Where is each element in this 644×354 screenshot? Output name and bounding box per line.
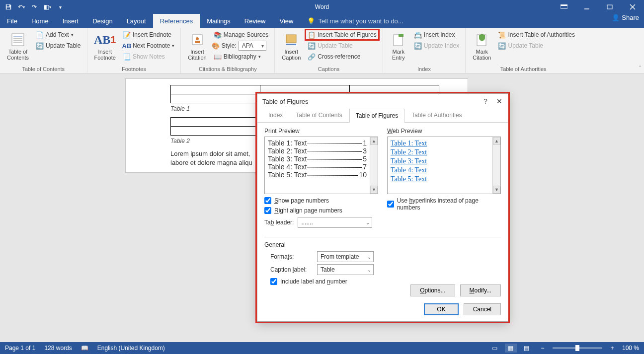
undo-icon[interactable]: ↶▾ — [16, 1, 27, 12]
status-page[interactable]: Page 1 of 1 — [5, 345, 35, 352]
tab-leader-combo[interactable]: .......⌄ — [298, 217, 372, 228]
dialog-close-icon[interactable]: ✕ — [494, 96, 505, 107]
include-label-checkbox[interactable]: Include label and number — [270, 278, 501, 285]
share-label: Share — [622, 14, 639, 21]
tab-review[interactable]: Review — [238, 14, 273, 28]
use-hyperlinks-checkbox[interactable]: Use hyperlinks instead of page numbers — [387, 197, 501, 211]
bibliography-button[interactable]: 📖Bibliography▾ — [212, 52, 271, 62]
dialog-tabs: Index Table of Contents Table of Figures… — [257, 109, 508, 123]
web-scroll-down-icon[interactable]: ▼ — [493, 186, 500, 194]
dialog-tab-toc[interactable]: Table of Contents — [290, 109, 348, 122]
formats-value: From template — [321, 253, 359, 260]
table-of-contents-button[interactable]: Table of Contents — [4, 30, 32, 65]
close-icon[interactable] — [621, 0, 644, 14]
tof-label: Insert Table of Figures — [318, 31, 377, 38]
scroll-down-icon[interactable]: ▼ — [370, 186, 378, 194]
dialog-tab-index[interactable]: Index — [262, 109, 289, 122]
insert-caption-button[interactable]: Insert Caption — [279, 30, 304, 65]
zoom-out-icon[interactable]: − — [537, 344, 549, 353]
read-mode-icon[interactable]: ▭ — [489, 344, 501, 353]
web-layout-icon[interactable]: ▤ — [521, 344, 533, 353]
footnote-icon: AB1 — [97, 32, 113, 48]
minimize-icon[interactable] — [575, 0, 598, 14]
status-words[interactable]: 128 words — [44, 345, 72, 352]
dialog-help-icon[interactable]: ? — [480, 96, 491, 107]
zoom-slider[interactable] — [553, 347, 602, 349]
insert-endnote-button[interactable]: 📝Insert Endnote — [121, 30, 176, 40]
insert-table-of-figures-button[interactable]: 📋Insert Table of Figures — [306, 30, 379, 40]
next-footnote-button[interactable]: ABNext Footnote▾ — [121, 41, 176, 51]
redo-icon[interactable]: ↷ — [29, 1, 40, 12]
tab-references[interactable]: References — [153, 14, 200, 28]
qat-customize-icon[interactable]: ▾ — [55, 1, 66, 12]
hyperlinks-input[interactable] — [387, 201, 394, 208]
group-captions: Insert Caption 📋Insert Table of Figures … — [275, 28, 383, 73]
insert-toa-button[interactable]: 📜Insert Table of Authorities — [496, 30, 577, 40]
status-language[interactable]: English (United Kingdom) — [97, 345, 165, 352]
right-align-input[interactable] — [264, 207, 271, 214]
show-page-numbers-checkbox[interactable]: SShow page numbershow page numbers — [264, 197, 378, 204]
style-select[interactable]: APA▾ — [239, 41, 266, 51]
cross-reference-button[interactable]: 🔗Cross-reference — [306, 52, 379, 62]
insert-citation-button[interactable]: Insert Citation — [185, 30, 209, 65]
proofing-icon[interactable]: 📖 — [81, 345, 88, 352]
tell-me-search[interactable]: 💡 Tell me what you want to do... — [300, 14, 410, 28]
cancel-button[interactable]: Cancel — [464, 303, 501, 315]
web-scroll-up-icon[interactable]: ▲ — [493, 137, 500, 145]
tab-file[interactable]: File — [0, 14, 24, 28]
touch-mode-icon[interactable]: ◧▾ — [42, 1, 53, 12]
dialog-tab-toa[interactable]: Table of Authorities — [405, 109, 468, 122]
ribbon-options-icon[interactable] — [553, 0, 575, 14]
show-notes-icon: 📃 — [123, 53, 131, 61]
print-preview-scrollbar[interactable]: ▲ ▼ — [370, 137, 378, 194]
print-layout-icon[interactable]: ▦ — [505, 344, 517, 353]
group-citations: Insert Citation 📚Manage Sources 🎨 Style:… — [181, 28, 275, 73]
add-text-button[interactable]: 📄Add Text▾ — [34, 30, 83, 40]
mark-citation-button[interactable]: Mark Citation — [470, 30, 494, 65]
formats-combo[interactable]: From template⌄ — [317, 251, 374, 262]
modify-button[interactable]: Modify... — [460, 284, 501, 296]
tab-leader-label: Tab leader: — [264, 219, 294, 226]
right-align-checkbox[interactable]: Right align page numbers — [264, 207, 378, 214]
mark-citation-label: Mark Citation — [473, 49, 491, 61]
tell-me-label: Tell me what you want to do... — [318, 17, 403, 25]
mark-entry-button[interactable]: Mark Entry — [387, 30, 410, 65]
caption-label-combo[interactable]: Table⌄ — [317, 264, 374, 275]
update-toa-icon: 🔄 — [498, 42, 506, 50]
svg-rect-1 — [7, 7, 10, 9]
tab-design[interactable]: Design — [85, 14, 119, 28]
share-button[interactable]: 👤 Share — [612, 14, 639, 21]
options-button[interactable]: Options... — [410, 284, 455, 296]
dialog-title: Table of Figures — [257, 94, 508, 109]
update-toc-button[interactable]: 🔄Update Table — [34, 41, 83, 51]
group-label-captions: Captions — [279, 65, 378, 72]
tab-layout[interactable]: Layout — [120, 14, 153, 28]
insert-footnote-button[interactable]: AB1 Insert Footnote — [91, 30, 119, 65]
scroll-up-icon[interactable]: ▲ — [370, 137, 378, 145]
insert-index-button[interactable]: 📇Insert Index — [412, 30, 461, 40]
show-page-numbers-input[interactable] — [264, 197, 271, 204]
tab-home[interactable]: Home — [24, 14, 56, 28]
maximize-icon[interactable] — [598, 0, 621, 14]
endnote-label: Insert Endnote — [133, 31, 171, 38]
web-preview-scrollbar[interactable]: ▲ ▼ — [492, 137, 500, 194]
svg-rect-0 — [7, 5, 9, 7]
web-preview-label: Web Preview — [387, 128, 501, 135]
endnote-icon: 📝 — [123, 31, 131, 39]
ok-button[interactable]: OK — [424, 303, 458, 315]
dialog-tab-tof[interactable]: Table of Figures — [349, 109, 404, 123]
tab-insert[interactable]: Insert — [56, 14, 86, 28]
tab-view[interactable]: View — [272, 14, 300, 28]
web-preview-link: Table 5: Text — [391, 175, 489, 184]
manage-sources-button[interactable]: 📚Manage Sources — [212, 30, 271, 40]
title-bar: ↶▾ ↷ ◧▾ ▾ Word — [0, 0, 644, 14]
zoom-in-icon[interactable]: + — [606, 344, 618, 353]
show-notes-button: 📃Show Notes — [121, 52, 176, 62]
save-icon[interactable] — [3, 1, 14, 12]
include-label-input[interactable] — [270, 278, 277, 285]
collapse-ribbon-icon[interactable]: ˆ — [639, 65, 641, 71]
zoom-level[interactable]: 100 % — [622, 345, 639, 352]
zoom-thumb[interactable] — [575, 345, 579, 351]
tab-mailings[interactable]: Mailings — [200, 14, 238, 28]
group-label-citations: Citations & Bibliography — [185, 65, 270, 72]
